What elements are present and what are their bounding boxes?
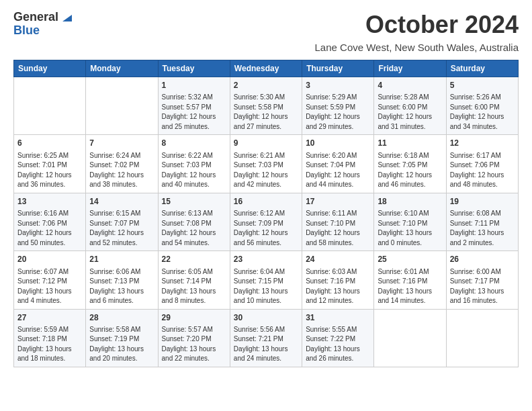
day-info: Sunrise: 5:58 AM Sunset: 7:19 PM Dayligh… [89,325,154,364]
day-info: Sunrise: 6:18 AM Sunset: 7:05 PM Dayligh… [378,151,442,190]
day-number: 18 [378,196,442,208]
day-info: Sunrise: 6:00 AM Sunset: 7:17 PM Dayligh… [450,267,515,306]
day-info: Sunrise: 5:59 AM Sunset: 7:18 PM Dayligh… [17,325,82,364]
day-info: Sunrise: 6:10 AM Sunset: 7:10 PM Dayligh… [378,209,442,248]
day-info: Sunrise: 6:24 AM Sunset: 7:02 PM Dayligh… [89,151,154,190]
table-row: 27Sunrise: 5:59 AM Sunset: 7:18 PM Dayli… [14,309,86,367]
calendar-week-4: 20Sunrise: 6:07 AM Sunset: 7:12 PM Dayli… [14,251,519,309]
table-row: 16Sunrise: 6:12 AM Sunset: 7:09 PM Dayli… [230,193,302,250]
day-number: 28 [89,312,154,324]
table-row: 12Sunrise: 6:17 AM Sunset: 7:06 PM Dayli… [446,135,518,193]
table-row [374,309,446,367]
day-number: 10 [306,138,370,149]
day-info: Sunrise: 6:20 AM Sunset: 7:04 PM Dayligh… [306,151,370,190]
table-row: 5Sunrise: 5:26 AM Sunset: 6:00 PM Daylig… [446,77,518,135]
calendar-table: SundayMondayTuesdayWednesdayThursdayFrid… [13,60,519,367]
logo-triangle-icon [60,11,72,23]
day-number: 2 [234,80,298,91]
header-tuesday: Tuesday [158,60,230,77]
table-row: 4Sunrise: 5:28 AM Sunset: 6:00 PM Daylig… [374,77,446,135]
day-info: Sunrise: 6:08 AM Sunset: 7:11 PM Dayligh… [450,209,515,248]
logo-general: General [13,11,58,24]
subtitle: Lane Cove West, New South Wales, Austral… [13,42,519,53]
day-number: 21 [89,254,154,265]
table-row: 28Sunrise: 5:58 AM Sunset: 7:19 PM Dayli… [86,309,158,367]
day-info: Sunrise: 6:03 AM Sunset: 7:16 PM Dayligh… [306,267,370,306]
logo: General Blue [13,11,72,38]
table-row: 6Sunrise: 6:25 AM Sunset: 7:01 PM Daylig… [14,135,86,193]
day-info: Sunrise: 6:11 AM Sunset: 7:10 PM Dayligh… [306,209,370,248]
header-monday: Monday [86,60,158,77]
calendar-header-row: SundayMondayTuesdayWednesdayThursdayFrid… [14,60,519,77]
table-row [14,77,86,135]
day-number: 1 [162,80,226,91]
day-number: 19 [450,196,515,208]
day-info: Sunrise: 6:17 AM Sunset: 7:06 PM Dayligh… [450,151,515,190]
day-number: 14 [89,196,154,208]
table-row: 24Sunrise: 6:03 AM Sunset: 7:16 PM Dayli… [302,251,374,309]
header-wednesday: Wednesday [230,60,302,77]
table-row: 7Sunrise: 6:24 AM Sunset: 7:02 PM Daylig… [86,135,158,193]
table-row: 30Sunrise: 5:56 AM Sunset: 7:21 PM Dayli… [230,309,302,367]
day-info: Sunrise: 5:57 AM Sunset: 7:20 PM Dayligh… [162,325,226,364]
table-row: 26Sunrise: 6:00 AM Sunset: 7:17 PM Dayli… [446,251,518,309]
table-row: 9Sunrise: 6:21 AM Sunset: 7:03 PM Daylig… [230,135,302,193]
day-info: Sunrise: 6:07 AM Sunset: 7:12 PM Dayligh… [17,267,82,306]
day-number: 31 [306,312,370,324]
table-row: 2Sunrise: 5:30 AM Sunset: 5:58 PM Daylig… [230,77,302,135]
header-friday: Friday [374,60,446,77]
page-header: General Blue October 2024 [13,11,519,39]
day-number: 5 [450,80,515,91]
table-row [446,309,518,367]
day-number: 13 [17,196,82,208]
day-number: 17 [306,196,370,208]
table-row: 13Sunrise: 6:16 AM Sunset: 7:06 PM Dayli… [14,193,86,250]
day-number: 30 [234,312,298,324]
day-number: 8 [162,138,226,149]
day-number: 3 [306,80,370,91]
day-number: 20 [17,254,82,265]
month-title: October 2024 [365,11,519,39]
day-info: Sunrise: 6:12 AM Sunset: 7:09 PM Dayligh… [234,209,298,248]
day-number: 29 [162,312,226,324]
day-info: Sunrise: 6:21 AM Sunset: 7:03 PM Dayligh… [234,151,298,190]
table-row: 22Sunrise: 6:05 AM Sunset: 7:14 PM Dayli… [158,251,230,309]
day-info: Sunrise: 5:55 AM Sunset: 7:22 PM Dayligh… [306,325,370,364]
day-info: Sunrise: 6:13 AM Sunset: 7:08 PM Dayligh… [162,209,226,248]
day-info: Sunrise: 5:28 AM Sunset: 6:00 PM Dayligh… [378,93,442,132]
svg-marker-0 [62,15,72,21]
day-info: Sunrise: 6:06 AM Sunset: 7:13 PM Dayligh… [89,267,154,306]
day-info: Sunrise: 6:01 AM Sunset: 7:16 PM Dayligh… [378,267,442,306]
day-info: Sunrise: 6:15 AM Sunset: 7:07 PM Dayligh… [89,209,154,248]
table-row: 31Sunrise: 5:55 AM Sunset: 7:22 PM Dayli… [302,309,374,367]
day-info: Sunrise: 6:04 AM Sunset: 7:15 PM Dayligh… [234,267,298,306]
table-row: 25Sunrise: 6:01 AM Sunset: 7:16 PM Dayli… [374,251,446,309]
header-saturday: Saturday [446,60,518,77]
table-row: 18Sunrise: 6:10 AM Sunset: 7:10 PM Dayli… [374,193,446,250]
day-number: 12 [450,138,515,149]
calendar-week-5: 27Sunrise: 5:59 AM Sunset: 7:18 PM Dayli… [14,309,519,367]
table-row: 23Sunrise: 6:04 AM Sunset: 7:15 PM Dayli… [230,251,302,309]
table-row: 10Sunrise: 6:20 AM Sunset: 7:04 PM Dayli… [302,135,374,193]
day-number: 26 [450,254,515,265]
table-row: 11Sunrise: 6:18 AM Sunset: 7:05 PM Dayli… [374,135,446,193]
table-row: 15Sunrise: 6:13 AM Sunset: 7:08 PM Dayli… [158,193,230,250]
day-info: Sunrise: 6:22 AM Sunset: 7:03 PM Dayligh… [162,151,226,190]
day-number: 27 [17,312,82,324]
table-row: 29Sunrise: 5:57 AM Sunset: 7:20 PM Dayli… [158,309,230,367]
header-thursday: Thursday [302,60,374,77]
table-row: 21Sunrise: 6:06 AM Sunset: 7:13 PM Dayli… [86,251,158,309]
day-info: Sunrise: 6:25 AM Sunset: 7:01 PM Dayligh… [17,151,82,190]
day-info: Sunrise: 5:32 AM Sunset: 5:57 PM Dayligh… [162,93,226,132]
day-number: 16 [234,196,298,208]
day-number: 25 [378,254,442,265]
day-info: Sunrise: 6:05 AM Sunset: 7:14 PM Dayligh… [162,267,226,306]
day-number: 7 [89,138,154,149]
day-info: Sunrise: 5:29 AM Sunset: 5:59 PM Dayligh… [306,93,370,132]
day-info: Sunrise: 5:56 AM Sunset: 7:21 PM Dayligh… [234,325,298,364]
day-number: 11 [378,138,442,149]
day-number: 15 [162,196,226,208]
day-info: Sunrise: 5:30 AM Sunset: 5:58 PM Dayligh… [234,93,298,132]
day-number: 24 [306,254,370,265]
table-row: 20Sunrise: 6:07 AM Sunset: 7:12 PM Dayli… [14,251,86,309]
